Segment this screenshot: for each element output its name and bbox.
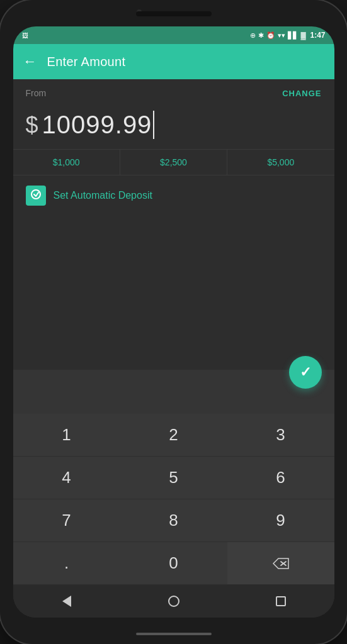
quick-amount-5000[interactable]: $5,000	[227, 150, 334, 175]
from-row: From CHANGE	[13, 79, 334, 104]
fab-container: ✓	[13, 370, 334, 414]
confirm-fab-button[interactable]: ✓	[289, 356, 322, 389]
quick-amount-2500[interactable]: $2,500	[120, 150, 227, 175]
location-icon: ⊕	[250, 31, 256, 40]
phone-device: 🖼 ⊕ ✱ ⏰ ▾▾ ▋▋ ▓ 1:47 ← Enter Amount From…	[0, 0, 347, 644]
phone-notch	[136, 11, 212, 16]
numpad-key-6[interactable]: 6	[227, 457, 334, 499]
numpad-key-1[interactable]: 1	[13, 414, 120, 457]
change-button[interactable]: CHANGE	[282, 89, 321, 98]
numpad-key-2[interactable]: 2	[120, 414, 227, 457]
phone-screen: 🖼 ⊕ ✱ ⏰ ▾▾ ▋▋ ▓ 1:47 ← Enter Amount From…	[13, 26, 334, 618]
check-icon: ✓	[300, 364, 311, 380]
amount-display: $ 10099.99	[13, 104, 334, 149]
amount-value: 10099.99	[42, 111, 155, 139]
signal-icon: ▋▋	[288, 31, 298, 40]
from-label: From	[26, 88, 47, 98]
home-circle-icon	[168, 596, 179, 607]
content-spacer	[13, 216, 334, 370]
nav-bar	[13, 585, 334, 618]
status-time: 1:47	[310, 31, 325, 40]
page-title: Enter Amount	[47, 55, 126, 69]
back-triangle-icon	[62, 596, 71, 607]
nav-home-button[interactable]	[161, 589, 186, 614]
main-content: From CHANGE $ 10099.99 $1,000 $2,500 $5,…	[13, 79, 334, 618]
bottom-gesture-bar	[136, 633, 212, 635]
status-left-icons: 🖼	[22, 32, 28, 39]
auto-deposit-label: Set Automatic Deposit	[54, 190, 152, 201]
backspace-icon	[273, 558, 289, 569]
quick-amount-row: $1,000 $2,500 $5,000	[13, 149, 334, 175]
image-icon: 🖼	[22, 32, 28, 39]
numpad-key-8[interactable]: 8	[120, 499, 227, 542]
app-bar: ← Enter Amount	[13, 44, 334, 79]
quick-amount-1000[interactable]: $1,000	[13, 150, 120, 175]
nav-recent-button[interactable]	[268, 589, 293, 614]
bluetooth-icon: ✱	[258, 31, 264, 40]
back-button[interactable]: ←	[23, 53, 37, 70]
auto-deposit-row[interactable]: Set Automatic Deposit	[13, 175, 334, 216]
numpad-backspace-button[interactable]	[227, 542, 334, 585]
recent-square-icon	[276, 596, 286, 606]
numpad-key-3[interactable]: 3	[227, 414, 334, 457]
status-bar: 🖼 ⊕ ✱ ⏰ ▾▾ ▋▋ ▓ 1:47	[13, 26, 334, 44]
battery-icon: ▓	[300, 31, 305, 39]
numpad-key-dot[interactable]: .	[13, 542, 120, 585]
numpad-key-9[interactable]: 9	[227, 499, 334, 542]
numpad: 1 2 3 4 5 6 7 8 9 . 0	[13, 414, 334, 585]
numpad-key-7[interactable]: 7	[13, 499, 120, 542]
currency-symbol: $	[26, 112, 38, 138]
alarm-icon: ⏰	[266, 31, 275, 40]
deposit-icon-letter	[30, 189, 42, 203]
numpad-key-5[interactable]: 5	[120, 457, 227, 499]
status-right-icons: ⊕ ✱ ⏰ ▾▾ ▋▋ ▓ 1:47	[250, 31, 325, 40]
numpad-key-4[interactable]: 4	[13, 457, 120, 499]
numpad-key-0[interactable]: 0	[120, 542, 227, 585]
nav-back-button[interactable]	[54, 589, 79, 614]
auto-deposit-icon	[26, 186, 46, 206]
svg-point-0	[31, 190, 40, 199]
wifi-icon: ▾▾	[278, 31, 285, 40]
